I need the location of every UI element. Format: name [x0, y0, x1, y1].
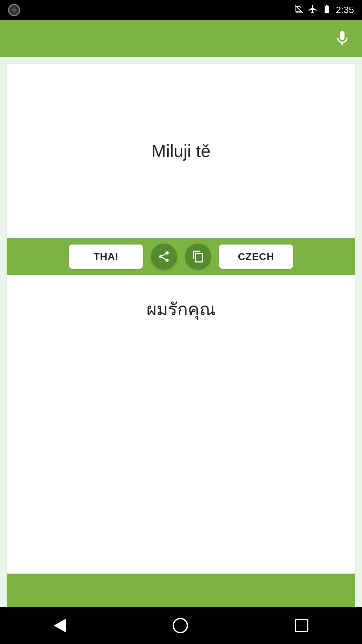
copy-button[interactable] [185, 244, 211, 270]
bottom-translation-panel: ผมรักคุณ [7, 275, 355, 574]
recent-icon [295, 619, 308, 632]
home-icon [173, 618, 188, 633]
bottom-green-bar [7, 574, 355, 607]
nav-bar [0, 607, 362, 644]
app-bar [0, 20, 362, 57]
status-left [8, 4, 20, 16]
share-icon [158, 250, 170, 263]
home-button[interactable] [173, 618, 188, 633]
back-icon [54, 619, 66, 632]
status-time: 2:35 [336, 5, 354, 15]
camera-sensor-icon [8, 4, 20, 16]
czech-language-button[interactable]: CZECH [219, 245, 293, 269]
mic-icon [333, 30, 351, 48]
thai-language-button[interactable]: THAI [69, 245, 143, 269]
copy-icon [192, 250, 204, 263]
share-button[interactable] [151, 244, 177, 270]
airplane-icon [308, 4, 318, 16]
top-translation-panel: Miluji tě [7, 64, 355, 238]
top-translation-text: Miluji tě [152, 141, 210, 161]
mic-button[interactable] [333, 30, 351, 48]
status-right: 2:35 [294, 4, 354, 16]
bottom-translation-text: ผมรักคุณ [146, 295, 216, 323]
main-content: Miluji tě THAI CZECH ผมรักคุณ [0, 57, 362, 607]
recent-button[interactable] [295, 619, 308, 632]
no-sim-icon [294, 4, 304, 16]
battery-icon [322, 4, 332, 16]
status-bar: 2:35 [0, 0, 362, 20]
language-selector-bar: THAI CZECH [7, 238, 355, 275]
back-button[interactable] [54, 619, 66, 632]
